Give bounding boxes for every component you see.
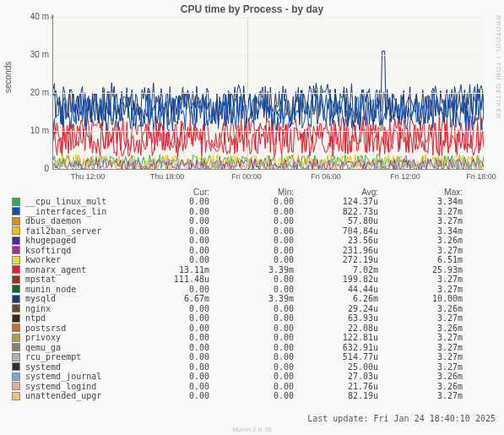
x-tick: Thu 12:00 — [71, 172, 106, 181]
max-val: 3.27m — [390, 246, 474, 255]
cur-val: 0.00 — [137, 343, 221, 352]
avg-val: 822.73u — [306, 207, 390, 216]
max-val: 3.27m — [390, 216, 474, 226]
min-val: 3.39m — [221, 265, 306, 275]
max-val: 3.34m — [390, 226, 474, 236]
series-name: kworker — [22, 255, 137, 264]
avg-val: 23.56u — [306, 236, 390, 245]
legend-row: khugepaged0.000.0023.56u3.26m — [12, 236, 493, 246]
series-name: mpstat — [22, 275, 137, 284]
series-name: munin_node — [22, 285, 137, 294]
cur-val: 0.00 — [137, 236, 221, 245]
max-val: 3.27m — [390, 391, 474, 400]
x-tick: Fri 00:00 — [231, 172, 262, 181]
series-name: khugepaged — [22, 236, 137, 245]
avg-val: 63.93u — [306, 313, 390, 323]
min-val: 0.00 — [221, 236, 306, 245]
min-val: 0.00 — [221, 275, 306, 284]
cur-val: 0.00 — [137, 324, 221, 333]
cur-val: 0.00 — [137, 207, 221, 216]
footer: Munin 2.0.76 — [0, 426, 504, 433]
min-val: 0.00 — [221, 382, 306, 391]
x-tick: Fri 18:00 — [466, 172, 496, 181]
cur-val: 13.11m — [137, 265, 221, 275]
swatch-icon — [12, 334, 20, 342]
min-val: 0.00 — [221, 372, 306, 381]
avg-val: 124.37u — [306, 197, 390, 206]
legend-row: fail2ban_server0.000.00704.84u3.34m — [12, 226, 493, 237]
min-val: 0.00 — [221, 255, 306, 264]
swatch-icon — [12, 265, 20, 274]
legend-row: ntpd0.000.0063.93u3.27m — [12, 313, 493, 324]
legend-row: mpstat111.48u0.00199.82u3.27m — [12, 275, 493, 285]
legend-row: unattended_upgr0.000.0082.19u3.27m — [12, 391, 493, 401]
max-val: 3.27m — [390, 352, 474, 362]
avg-val: 57.80u — [306, 216, 390, 226]
y-tick: 40 m — [25, 12, 49, 21]
legend-row: munin_node0.000.0044.44u3.27m — [12, 285, 493, 295]
avg-val: 6.26m — [306, 294, 390, 303]
cur-val: 0.00 — [137, 372, 221, 381]
cur-val: 0.00 — [137, 246, 221, 255]
series-name: unattended_upgr — [22, 391, 137, 400]
legend-row: __cpu_linux_mult0.000.00124.37u3.34m — [12, 197, 493, 207]
avg-val: 25.00u — [306, 362, 390, 372]
watermark: RRDTOOL / TOBI OETIKER — [495, 15, 502, 119]
min-val: 0.00 — [221, 352, 306, 362]
swatch-icon — [12, 246, 20, 254]
cur-val: 0.00 — [137, 382, 221, 391]
avg-val: 21.76u — [306, 382, 390, 391]
max-val: 3.26m — [390, 324, 474, 333]
series-name: fail2ban_server — [22, 226, 137, 236]
swatch-icon — [12, 285, 20, 293]
swatch-icon — [12, 256, 20, 264]
swatch-icon — [12, 372, 20, 381]
series-name: systemd_journal — [22, 372, 137, 381]
last-update: Last update: Fri Jan 24 18:40:10 2025 — [307, 414, 496, 423]
swatch-icon — [12, 314, 20, 323]
swatch-icon — [12, 353, 20, 362]
legend-row: nginx0.000.0029.24u3.26m — [12, 304, 493, 314]
cur-val: 0.00 — [137, 352, 221, 362]
swatch-icon — [12, 226, 20, 235]
swatch-icon — [12, 295, 20, 303]
legend-row: systemd0.000.0025.00u3.27m — [12, 362, 493, 372]
max-val: 3.26m — [390, 236, 474, 245]
cur-val: 0.00 — [137, 391, 221, 400]
avg-val: 44.44u — [306, 285, 390, 294]
swatch-icon — [12, 217, 20, 226]
avg-val: 29.24u — [306, 304, 390, 313]
min-val: 0.00 — [221, 226, 306, 236]
avg-val: 82.19u — [306, 391, 390, 400]
chart-container: CPU time by Process - by day seconds RRD… — [0, 0, 504, 435]
y-tick: 10 m — [25, 126, 49, 135]
avg-val: 231.96u — [306, 246, 390, 255]
y-tick: 30 m — [25, 50, 49, 59]
max-val: 3.27m — [390, 313, 474, 323]
legend-row: ksoftirqd0.000.00231.96u3.27m — [12, 246, 493, 256]
swatch-icon — [12, 198, 20, 206]
x-tick: Thu 18:00 — [150, 172, 185, 181]
x-tick: Fri 12:00 — [390, 172, 420, 181]
min-val: 0.00 — [221, 216, 306, 226]
plot-area — [52, 17, 484, 170]
cur-val: 0.00 — [137, 333, 221, 342]
cur-val: 0.00 — [137, 226, 221, 236]
series-name: qemu_ga — [22, 343, 137, 352]
min-val: 0.00 — [221, 333, 306, 342]
avg-val: 22.08u — [306, 324, 390, 333]
swatch-icon — [12, 362, 20, 371]
min-val: 0.00 — [221, 197, 306, 206]
legend-col: Cur: — [137, 188, 221, 197]
legend-col: Avg: — [306, 188, 390, 197]
avg-val: 7.02m — [306, 265, 390, 275]
min-val: 0.00 — [221, 207, 306, 216]
y-tick: 20 m — [25, 88, 49, 97]
min-val: 0.00 — [221, 304, 306, 313]
cur-val: 0.00 — [137, 255, 221, 264]
max-val: 3.26m — [390, 304, 474, 313]
swatch-icon — [12, 275, 20, 284]
min-val: 0.00 — [221, 343, 306, 352]
x-tick: Fri 06:00 — [311, 172, 341, 181]
max-val: 3.27m — [390, 275, 474, 284]
